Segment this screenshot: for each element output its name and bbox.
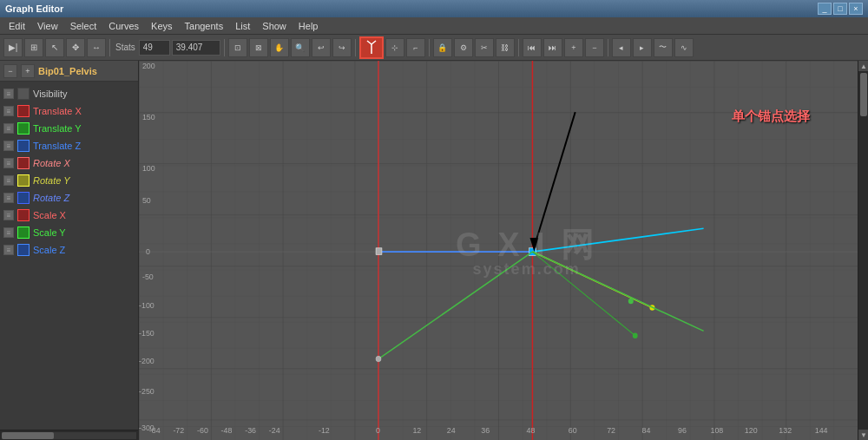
tb-break-tangent[interactable]: ✂	[475, 38, 494, 57]
panel-add-btn[interactable]: +	[21, 64, 35, 78]
tb-param-curve[interactable]: 〜	[654, 38, 673, 57]
svg-text:-250: -250	[139, 387, 155, 396]
svg-text:-150: -150	[139, 328, 155, 337]
tb-add-key[interactable]: +	[564, 38, 583, 57]
svg-text:-200: -200	[139, 357, 155, 365]
tb-weight-in[interactable]: ◂	[612, 38, 631, 57]
lock-visibility-icon[interactable]: ≡	[3, 89, 14, 99]
svg-text:0: 0	[376, 426, 380, 435]
svg-line-1	[367, 41, 372, 44]
curve-sz-label: Scale Z	[33, 245, 65, 255]
curve-ty-label: Translate Y	[33, 123, 82, 134]
lock-ty-icon[interactable]: ≡	[3, 123, 14, 134]
curve-rotate-z[interactable]: ≡ Rotate Z	[0, 189, 138, 207]
menu-tangents[interactable]: Tangents	[180, 19, 229, 33]
window-title: Graph Editor	[5, 3, 63, 14]
curve-visibility-icon	[17, 88, 30, 100]
curve-visibility[interactable]: ≡ Visibility	[0, 85, 138, 102]
tb-lock-tangent[interactable]: 🔒	[433, 38, 452, 57]
tb-fit-all[interactable]: ⊠	[249, 38, 268, 57]
curve-translate-x[interactable]: ≡ Translate X	[0, 102, 138, 120]
curve-scale-x[interactable]: ≡ Scale X	[0, 207, 138, 224]
svg-rect-11	[139, 61, 858, 440]
curve-ry-icon	[17, 174, 30, 187]
vertical-scrollbar[interactable]: ▲ ▼	[858, 61, 868, 440]
curve-translate-y[interactable]: ≡ Translate Y	[0, 120, 138, 137]
left-panel: − + Bip01_Pelvis ≡ Visibility ≡ Translat…	[0, 61, 139, 440]
curve-rz-icon	[17, 192, 30, 204]
lock-rz-icon[interactable]: ≡	[3, 193, 14, 203]
tb-zoom-fit[interactable]: ⊡	[228, 38, 247, 57]
tb-unify-tangent[interactable]: ⛓	[496, 38, 515, 57]
svg-text:132: 132	[779, 426, 792, 435]
menu-show[interactable]: Show	[257, 19, 292, 33]
curve-rotate-x[interactable]: ≡ Rotate X	[0, 154, 138, 172]
tb-del-key[interactable]: −	[585, 38, 604, 57]
menu-view[interactable]: View	[32, 19, 63, 33]
lock-ry-icon[interactable]: ≡	[3, 175, 14, 186]
window-controls[interactable]: _ □ ×	[818, 3, 863, 15]
curve-translate-z[interactable]: ≡ Translate Z	[0, 137, 138, 154]
tb-pan-btn[interactable]: ✋	[270, 38, 289, 57]
tb-scale-btn[interactable]: ↔	[87, 38, 106, 57]
scroll-thumb[interactable]	[2, 432, 54, 439]
tb-grid-btn[interactable]: ⊞	[24, 38, 43, 57]
tb-tangent-flat[interactable]: ⊹	[385, 38, 404, 57]
tb-zoom-btn[interactable]: 🔍	[291, 38, 310, 57]
stats-input[interactable]	[139, 40, 170, 56]
curve-tx-icon	[17, 105, 30, 117]
left-panel-scrollbar[interactable]	[0, 430, 138, 440]
tb-euler-filter[interactable]: ∿	[674, 38, 694, 57]
scroll-up-button[interactable]: ▲	[858, 61, 868, 71]
menu-edit[interactable]: Edit	[3, 19, 30, 33]
curve-scale-y[interactable]: ≡ Scale Y	[0, 224, 138, 241]
close-button[interactable]: ×	[849, 3, 863, 15]
curve-sx-icon	[17, 209, 30, 221]
menu-curves[interactable]: Curves	[103, 19, 144, 33]
menu-list[interactable]: List	[230, 19, 255, 33]
tb-move-key-btn[interactable]: ▶|	[3, 38, 23, 57]
scroll-thumb-vertical[interactable]	[860, 73, 867, 116]
svg-text:24: 24	[447, 426, 456, 435]
lock-sx-icon[interactable]: ≡	[3, 210, 14, 220]
curve-scale-z[interactable]: ≡ Scale Z	[0, 241, 138, 259]
menu-help[interactable]: Help	[293, 19, 324, 33]
svg-text:200: 200	[142, 61, 155, 69]
graph-canvas: 200 150 100 50 0 -50 -100 -150 -200 -250…	[139, 61, 858, 440]
tb-tangent-step[interactable]: ⌐	[406, 38, 425, 57]
svg-text:48: 48	[527, 426, 536, 435]
lock-sy-icon[interactable]: ≡	[3, 227, 14, 238]
scroll-down-button[interactable]: ▼	[858, 430, 868, 440]
graph-area[interactable]: 200 150 100 50 0 -50 -100 -150 -200 -250…	[139, 61, 858, 440]
frame-input[interactable]	[172, 40, 220, 56]
minimize-button[interactable]: _	[818, 3, 832, 15]
curve-rx-icon	[17, 157, 30, 169]
curve-rx-label: Rotate X	[33, 158, 70, 168]
lock-rx-icon[interactable]: ≡	[3, 158, 14, 168]
maximize-button[interactable]: □	[833, 3, 847, 15]
menu-select[interactable]: Select	[65, 19, 102, 33]
lock-tx-icon[interactable]: ≡	[3, 106, 14, 116]
lock-tz-icon[interactable]: ≡	[3, 141, 14, 151]
lock-sz-icon[interactable]: ≡	[3, 245, 14, 255]
svg-text:84: 84	[642, 426, 651, 435]
toolbar-separator-5	[518, 39, 519, 56]
title-bar: Graph Editor _ □ ×	[0, 0, 868, 17]
scroll-track	[2, 432, 136, 439]
svg-text:150: 150	[142, 112, 155, 121]
tb-tangent-type-btn[interactable]	[359, 36, 384, 59]
tb-select-btn[interactable]: ↖	[45, 38, 64, 57]
panel-collapse-btn[interactable]: −	[3, 64, 17, 78]
curve-visibility-label: Visibility	[33, 89, 68, 99]
tb-prev-key[interactable]: ⏮	[523, 38, 542, 57]
tb-move-btn[interactable]: ✥	[66, 38, 85, 57]
tb-undo-btn[interactable]: ↩	[312, 38, 331, 57]
curve-rotate-y[interactable]: ≡ Rotate Y	[0, 172, 138, 189]
tb-weight-out[interactable]: ▸	[633, 38, 652, 57]
menu-keys[interactable]: Keys	[146, 19, 177, 33]
tb-redo-btn[interactable]: ↪	[332, 38, 352, 57]
tb-next-key[interactable]: ⏭	[543, 38, 562, 57]
tb-unlock-tangent[interactable]: ⚙	[454, 38, 473, 57]
svg-text:-84: -84	[149, 426, 161, 435]
toolbar: ▶| ⊞ ↖ ✥ ↔ Stats ⊡ ⊠ ✋ 🔍 ↩ ↪ ⊹ ⌐ 🔒 ⚙ ✂ ⛓…	[0, 35, 868, 61]
